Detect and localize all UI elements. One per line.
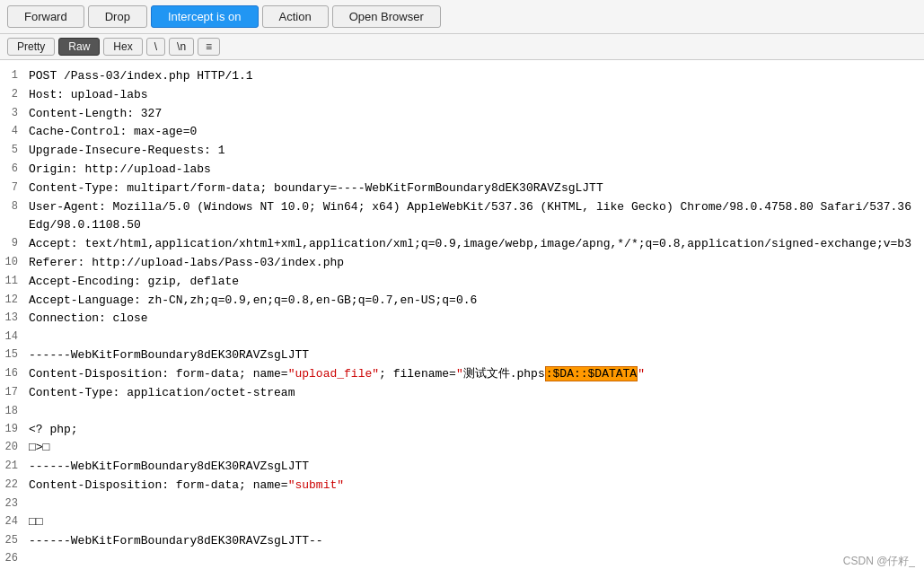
line-content bbox=[25, 328, 29, 346]
line-number: 13 bbox=[4, 310, 25, 328]
line-content: Content-Type: multipart/form-data; bound… bbox=[25, 180, 603, 198]
line-number: 25 bbox=[4, 532, 25, 551]
line-content bbox=[25, 403, 29, 421]
code-line: 25------WebKitFormBoundary8dEK30RAVZsgLJ… bbox=[0, 532, 924, 551]
line-number: 11 bbox=[4, 273, 25, 292]
line-number: 7 bbox=[4, 180, 25, 198]
menu-icon[interactable]: ≡ bbox=[198, 38, 220, 56]
line-number: 17 bbox=[4, 384, 25, 403]
code-line: 20□>□ bbox=[0, 439, 924, 458]
code-line: Edg/98.0.1108.50 bbox=[0, 216, 924, 235]
line-content: ------WebKitFormBoundary8dEK30RAVZsgLJTT bbox=[25, 458, 309, 477]
line-number: 22 bbox=[4, 477, 25, 495]
line-content: User-Agent: Mozilla/5.0 (Windows NT 10.0… bbox=[25, 198, 911, 217]
line-number: 1 bbox=[4, 67, 25, 86]
line-number: 14 bbox=[4, 328, 25, 346]
line-content: Accept: text/html,application/xhtml+xml,… bbox=[25, 235, 911, 254]
line-content: POST /Pass-03/index.php HTTP/1.1 bbox=[25, 67, 253, 86]
line-number: 10 bbox=[4, 254, 25, 273]
line-number: 8 bbox=[4, 198, 25, 217]
line-number: 20 bbox=[4, 439, 25, 458]
open-browser-button[interactable]: Open Browser bbox=[332, 5, 441, 28]
line-content bbox=[25, 550, 29, 568]
line-content: Cache-Control: max-age=0 bbox=[25, 123, 197, 142]
code-line: 6Origin: http://upload-labs bbox=[0, 161, 924, 180]
pretty-button[interactable]: Pretty bbox=[7, 38, 55, 56]
raw-button[interactable]: Raw bbox=[58, 38, 100, 56]
code-line: 22Content-Disposition: form-data; name="… bbox=[0, 477, 924, 495]
line-number: 9 bbox=[4, 235, 25, 254]
newline-icon[interactable]: \n bbox=[169, 38, 194, 56]
code-line: 21------WebKitFormBoundary8dEK30RAVZsgLJ… bbox=[0, 458, 924, 477]
line-content: Connection: close bbox=[25, 310, 148, 328]
code-line: 26 bbox=[0, 550, 924, 568]
code-line: 13Connection: close bbox=[0, 310, 924, 328]
code-line: 23 bbox=[0, 495, 924, 513]
code-line: 12Accept-Language: zh-CN,zh;q=0.9,en;q=0… bbox=[0, 292, 924, 311]
line-content: Content-Disposition: form-data; name="su… bbox=[25, 477, 344, 495]
line-content bbox=[25, 495, 29, 513]
watermark: CSDN @仔籽_ bbox=[843, 554, 915, 569]
line-content: Referer: http://upload-labs/Pass-03/inde… bbox=[25, 254, 344, 273]
line-content: Host: upload-labs bbox=[25, 86, 148, 105]
action-button[interactable]: Action bbox=[262, 5, 329, 28]
line-number: 5 bbox=[4, 142, 25, 161]
code-line: 8User-Agent: Mozilla/5.0 (Windows NT 10.… bbox=[0, 198, 924, 217]
line-content: Origin: http://upload-labs bbox=[25, 161, 211, 180]
line-content: Accept-Encoding: gzip, deflate bbox=[25, 273, 239, 292]
intercept-button[interactable]: Intercept is on bbox=[151, 5, 259, 28]
line-number: 16 bbox=[4, 365, 25, 384]
code-line: 14 bbox=[0, 328, 924, 346]
line-number: 24 bbox=[4, 513, 25, 532]
code-line: 2Host: upload-labs bbox=[0, 86, 924, 105]
line-number: 26 bbox=[4, 550, 25, 568]
format-toolbar: Pretty Raw Hex \ \n ≡ bbox=[0, 34, 924, 60]
line-number: 3 bbox=[4, 105, 25, 124]
drop-button[interactable]: Drop bbox=[88, 5, 147, 28]
code-line: 3Content-Length: 327 bbox=[0, 105, 924, 124]
line-number: 21 bbox=[4, 458, 25, 477]
line-content: Edg/98.0.1108.50 bbox=[25, 216, 141, 235]
line-number: 2 bbox=[4, 86, 25, 105]
code-view: 1POST /Pass-03/index.php HTTP/1.12Host: … bbox=[0, 60, 924, 575]
line-content: Content-Disposition: form-data; name="up… bbox=[25, 365, 645, 384]
line-content: ------WebKitFormBoundary8dEK30RAVZsgLJTT bbox=[25, 346, 309, 365]
code-line: 4Cache-Control: max-age=0 bbox=[0, 123, 924, 142]
main-toolbar: Forward Drop Intercept is on Action Open… bbox=[0, 0, 924, 34]
line-content: □>□ bbox=[25, 439, 49, 458]
code-line: 18 bbox=[0, 403, 924, 421]
code-line: 10Referer: http://upload-labs/Pass-03/in… bbox=[0, 254, 924, 273]
code-line: 1POST /Pass-03/index.php HTTP/1.1 bbox=[0, 67, 924, 86]
line-number: 4 bbox=[4, 123, 25, 142]
line-number: 6 bbox=[4, 161, 25, 180]
line-number: 18 bbox=[4, 403, 25, 421]
line-content: Content-Length: 327 bbox=[25, 105, 162, 124]
code-line: 15------WebKitFormBoundary8dEK30RAVZsgLJ… bbox=[0, 346, 924, 365]
hex-button[interactable]: Hex bbox=[103, 38, 142, 56]
line-number bbox=[4, 216, 25, 235]
forward-button[interactable]: Forward bbox=[7, 5, 84, 28]
line-content: <? php; bbox=[25, 421, 78, 440]
line-content: Upgrade-Insecure-Requests: 1 bbox=[25, 142, 224, 161]
line-content: ------WebKitFormBoundary8dEK30RAVZsgLJTT… bbox=[25, 532, 323, 551]
line-content: Accept-Language: zh-CN,zh;q=0.9,en;q=0.8… bbox=[25, 292, 477, 311]
line-number: 19 bbox=[4, 421, 25, 440]
code-line: 9Accept: text/html,application/xhtml+xml… bbox=[0, 235, 924, 254]
line-number: 23 bbox=[4, 495, 25, 513]
code-line: 17Content-Type: application/octet-stream bbox=[0, 384, 924, 403]
code-line: 11Accept-Encoding: gzip, deflate bbox=[0, 273, 924, 292]
line-number: 12 bbox=[4, 292, 25, 311]
line-number: 15 bbox=[4, 346, 25, 365]
line-content: □□ bbox=[25, 513, 43, 532]
code-line: 24□□ bbox=[0, 513, 924, 532]
backslash-icon[interactable]: \ bbox=[146, 38, 165, 56]
code-line: 7Content-Type: multipart/form-data; boun… bbox=[0, 180, 924, 198]
code-line: 16Content-Disposition: form-data; name="… bbox=[0, 365, 924, 384]
line-content: Content-Type: application/octet-stream bbox=[25, 384, 295, 403]
code-line: 5Upgrade-Insecure-Requests: 1 bbox=[0, 142, 924, 161]
code-line: 19<? php; bbox=[0, 421, 924, 440]
